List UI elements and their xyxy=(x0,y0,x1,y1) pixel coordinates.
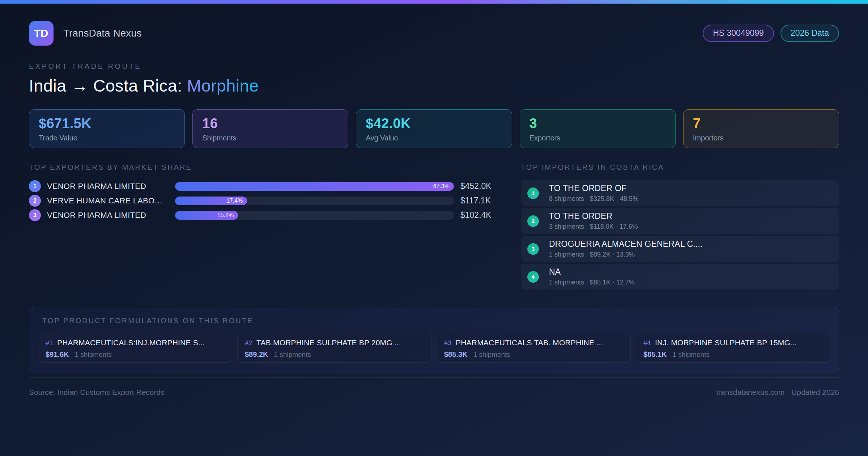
product-rank: #2 xyxy=(245,339,252,347)
brand-logo-text: TD xyxy=(34,28,48,39)
year-data-badge[interactable]: 2026 Data xyxy=(780,25,839,42)
product-cards-row: #1 PHARMACEUTICALS:INJ.MORPHINE S... $91… xyxy=(38,333,830,363)
importer-name: TO THE ORDER OF xyxy=(549,183,638,193)
importers-list: 1 TO THE ORDER OF 8 shipments · $325.8K … xyxy=(521,180,839,290)
market-share-bar-fill: 17.4% xyxy=(175,197,247,205)
importer-name: NA xyxy=(549,267,635,277)
source-note: Source: Indian Customs Export Records xyxy=(29,388,165,397)
stat-label: Shipments xyxy=(202,134,339,142)
exporters-section: TOP EXPORTERS BY MARKET SHARE 1 VENOR PH… xyxy=(29,163,501,224)
importer-info: TO THE ORDER 3 shipments · $118.0K · 17.… xyxy=(549,211,638,231)
page-container: TD TransData Nexus HS 30049099 2026 Data… xyxy=(0,21,868,397)
market-share-bar-fill: 67.3% xyxy=(175,182,454,191)
product-title-line: #2 TAB.MORPHINE SULPHATE BP 20MG ... xyxy=(245,338,424,347)
exporter-row[interactable]: 1 VENOR PHARMA LIMITED 67.3% $452.0K xyxy=(29,180,501,192)
product-card[interactable]: #3 PHARMACEUTICALS TAB. MORPHINE ... $85… xyxy=(437,333,631,363)
importer-details: 3 shipments · $118.0K · 17.6% xyxy=(549,223,638,231)
importer-name: TO THE ORDER xyxy=(549,211,638,221)
market-share-bar-track: 17.4% xyxy=(175,197,454,205)
product-name: PHARMACEUTICALS:INJ.MORPHINE S... xyxy=(57,338,205,347)
product-meta-line: $91.6K 1 shipments xyxy=(46,350,225,359)
importers-heading: TOP IMPORTERS IN COSTA RICA xyxy=(521,163,839,172)
product-value: $85.1K xyxy=(643,350,667,359)
stat-card-shipments: 16 Shipments xyxy=(192,109,348,148)
importer-info: DROGUERIA ALMACEN GENERAL C.... 1 shipme… xyxy=(549,239,703,258)
site-note: transdatanexus.com · Updated 2026 xyxy=(716,388,839,397)
product-card[interactable]: #1 PHARMACEUTICALS:INJ.MORPHINE S... $91… xyxy=(38,333,232,363)
importer-details: 8 shipments · $325.8K · 48.5% xyxy=(549,195,638,203)
rank-badge: 4 xyxy=(527,271,539,283)
importer-card[interactable]: 2 TO THE ORDER 3 shipments · $118.0K · 1… xyxy=(521,208,839,234)
product-meta-line: $85.3K 1 shipments xyxy=(444,350,623,359)
exporter-name: VENOR PHARMA LIMITED xyxy=(47,182,163,191)
exporter-name: VERVE HUMAN CARE LABORATOR... xyxy=(47,196,163,206)
header: TD TransData Nexus HS 30049099 2026 Data xyxy=(29,21,839,46)
product-value: $89.2K xyxy=(245,350,268,359)
stat-label: Trade Value xyxy=(39,134,175,142)
product-name-highlight: Morphine xyxy=(187,76,259,95)
stat-label: Avg Value xyxy=(366,134,502,142)
product-name: PHARMACEUTICALS TAB. MORPHINE ... xyxy=(456,338,603,347)
exporter-trade-value: $452.0K xyxy=(460,181,501,191)
product-meta-line: $85.1K 1 shipments xyxy=(643,350,822,359)
page-eyebrow: EXPORT TRADE ROUTE xyxy=(29,62,839,71)
route-text: India → Costa Rica: xyxy=(29,76,182,95)
product-rank: #3 xyxy=(444,339,451,347)
rank-badge: 3 xyxy=(29,209,41,221)
exporter-trade-value: $102.4K xyxy=(460,210,501,220)
market-share-percent: 67.3% xyxy=(433,183,454,190)
exporter-trade-value: $117.1K xyxy=(460,196,501,206)
stat-cards-row: $671.5K Trade Value 16 Shipments $42.0K … xyxy=(29,109,839,148)
importer-info: TO THE ORDER OF 8 shipments · $325.8K · … xyxy=(549,183,638,203)
product-meta-line: $89.2K 1 shipments xyxy=(245,350,424,359)
stat-label: Exporters xyxy=(529,134,666,142)
product-formulations-section: TOP PRODUCT FORMULATIONS ON THIS ROUTE #… xyxy=(29,307,839,372)
brand-logo: TD xyxy=(29,21,54,46)
stat-value: 7 xyxy=(693,116,829,131)
product-shipments: 1 shipments xyxy=(473,351,510,359)
importer-name: DROGUERIA ALMACEN GENERAL C.... xyxy=(549,239,703,249)
page-title: India → Costa Rica: Morphine xyxy=(29,76,839,96)
exporter-row[interactable]: 3 VENOR PHARMA LIMITED 15.2% $102.4K xyxy=(29,209,501,221)
exporters-heading: TOP EXPORTERS BY MARKET SHARE xyxy=(29,163,501,172)
importer-card[interactable]: 1 TO THE ORDER OF 8 shipments · $325.8K … xyxy=(521,180,839,206)
stat-card-trade-value: $671.5K Trade Value xyxy=(29,109,185,148)
rank-badge: 2 xyxy=(29,195,41,207)
product-title-line: #4 INJ. MORPHINE SULPHATE BP 15MG... xyxy=(643,338,822,347)
product-value: $85.3K xyxy=(444,350,468,359)
main-columns: TOP EXPORTERS BY MARKET SHARE 1 VENOR PH… xyxy=(29,163,839,290)
exporter-row[interactable]: 2 VERVE HUMAN CARE LABORATOR... 17.4% $1… xyxy=(29,195,501,207)
importer-info: NA 1 shipments · $85.1K · 12.7% xyxy=(549,267,635,286)
product-card[interactable]: #4 INJ. MORPHINE SULPHATE BP 15MG... $85… xyxy=(636,333,830,363)
top-accent-bar xyxy=(0,0,868,4)
product-rank: #1 xyxy=(46,339,53,347)
stat-value: $42.0K xyxy=(366,116,502,131)
importer-details: 1 shipments · $89.2K · 13.3% xyxy=(549,251,703,258)
product-title-line: #1 PHARMACEUTICALS:INJ.MORPHINE S... xyxy=(46,338,225,347)
header-badges: HS 30049099 2026 Data xyxy=(703,25,839,42)
product-value: $91.6K xyxy=(46,350,69,359)
rank-badge: 1 xyxy=(527,187,539,199)
product-shipments: 1 shipments xyxy=(274,351,311,359)
product-shipments: 1 shipments xyxy=(673,351,710,359)
exporters-bar-chart: 1 VENOR PHARMA LIMITED 67.3% $452.0K 2 V… xyxy=(29,180,501,221)
stat-card-importers: 7 Importers xyxy=(683,109,839,148)
product-shipments: 1 shipments xyxy=(75,351,112,359)
exporter-name: VENOR PHARMA LIMITED xyxy=(47,211,163,220)
importers-section: TOP IMPORTERS IN COSTA RICA 1 TO THE ORD… xyxy=(521,163,839,290)
market-share-bar-track: 15.2% xyxy=(175,211,454,220)
rank-badge: 3 xyxy=(527,243,539,255)
rank-badge: 2 xyxy=(527,215,539,227)
stat-value: 3 xyxy=(529,116,666,131)
market-share-percent: 17.4% xyxy=(226,198,247,204)
importer-card[interactable]: 3 DROGUERIA ALMACEN GENERAL C.... 1 ship… xyxy=(521,236,839,262)
importer-card[interactable]: 4 NA 1 shipments · $85.1K · 12.7% xyxy=(521,264,839,290)
stat-card-exporters: 3 Exporters xyxy=(520,109,676,148)
brand-name: TransData Nexus xyxy=(63,28,142,39)
hs-code-badge[interactable]: HS 30049099 xyxy=(703,25,774,42)
stat-value: 16 xyxy=(202,116,339,131)
product-card[interactable]: #2 TAB.MORPHINE SULPHATE BP 20MG ... $89… xyxy=(237,333,431,363)
importer-details: 1 shipments · $85.1K · 12.7% xyxy=(549,279,635,286)
product-rank: #4 xyxy=(643,339,651,347)
footer: Source: Indian Customs Export Records tr… xyxy=(29,377,839,397)
